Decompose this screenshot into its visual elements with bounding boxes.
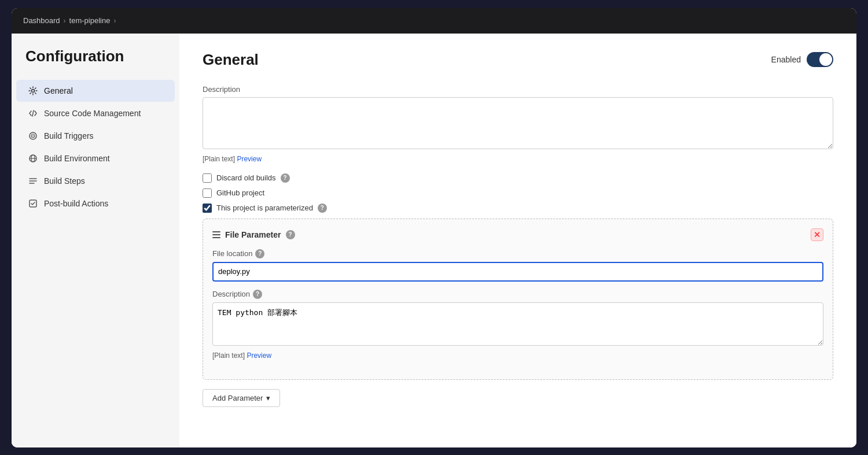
source-code-icon	[28, 108, 38, 119]
github-project-label[interactable]: GitHub project	[216, 188, 264, 197]
parameterized-help-icon[interactable]: ?	[318, 204, 327, 213]
sidebar-title: Configuration	[12, 47, 179, 79]
plain-text-prefix: [Plain text]	[203, 155, 235, 163]
add-parameter-arrow-icon: ▾	[266, 394, 270, 402]
sidebar-item-build-triggers[interactable]: Build Triggers	[16, 125, 175, 147]
post-build-icon	[28, 198, 38, 209]
param-preview-link[interactable]: Preview	[247, 352, 271, 360]
sidebar-item-general[interactable]: General	[16, 80, 175, 102]
sidebar-item-build-steps[interactable]: Build Steps	[16, 170, 175, 192]
discard-old-builds-row: Discard old builds ?	[203, 173, 833, 183]
preview-link[interactable]: Preview	[237, 155, 262, 163]
sidebar-environment-label: Build Environment	[44, 154, 110, 163]
enabled-label: Enabled	[771, 55, 801, 64]
app-window: Dashboard › tem-pipeline › Configuration…	[12, 8, 856, 447]
discard-old-builds-checkbox[interactable]	[203, 173, 212, 183]
file-parameter-container: File Parameter ? ✕ File location ? Descr…	[203, 219, 833, 380]
parameterized-label[interactable]: This project is parameterized	[216, 204, 313, 212]
file-location-input[interactable]	[212, 262, 823, 282]
param-description-textarea[interactable]: TEM python 部署腳本	[212, 302, 823, 346]
drag-handle-icon[interactable]	[212, 231, 220, 238]
trigger-icon	[28, 131, 38, 141]
toggle-knob	[819, 53, 832, 66]
svg-point-3	[32, 135, 34, 136]
discard-old-builds-label[interactable]: Discard old builds	[216, 173, 276, 182]
add-parameter-button[interactable]: Add Parameter ▾	[203, 389, 280, 407]
breadcrumb-dashboard[interactable]: Dashboard	[23, 16, 60, 25]
sidebar-steps-label: Build Steps	[44, 176, 85, 186]
remove-file-param-button[interactable]: ✕	[811, 228, 823, 241]
file-location-help-icon[interactable]: ?	[255, 249, 264, 258]
breadcrumb-pipeline[interactable]: tem-pipeline	[69, 16, 111, 25]
file-param-help-icon[interactable]: ?	[286, 230, 295, 239]
description-textarea[interactable]	[203, 97, 833, 149]
github-project-checkbox[interactable]	[203, 188, 212, 198]
param-description-help-icon[interactable]: ?	[253, 290, 262, 299]
sidebar-general-label: General	[44, 86, 73, 95]
sidebar-triggers-label: Build Triggers	[44, 131, 94, 140]
parameterized-checkbox[interactable]	[203, 204, 212, 213]
param-header-left: File Parameter ?	[212, 230, 295, 239]
gear-icon	[28, 86, 38, 96]
sidebar-item-build-environment[interactable]: Build Environment	[16, 147, 175, 169]
sidebar-item-post-build[interactable]: Post-build Actions	[16, 193, 175, 214]
description-label: Description	[203, 85, 833, 94]
environment-icon	[28, 153, 38, 164]
github-project-row: GitHub project	[203, 188, 833, 198]
parameterized-row: This project is parameterized ?	[203, 204, 833, 213]
svg-point-0	[32, 89, 35, 92]
param-description-label: Description ?	[212, 290, 823, 299]
param-plain-text-prefix: [Plain text]	[212, 352, 245, 360]
steps-icon	[28, 176, 38, 186]
sidebar: Configuration General Source	[12, 34, 179, 447]
param-plain-text-row: [Plain text] Preview	[212, 352, 823, 360]
description-plain-text-row: [Plain text] Preview	[203, 155, 833, 163]
breadcrumb-sep-1: ›	[64, 17, 66, 25]
file-location-label: File location ?	[212, 249, 823, 258]
main-area: Configuration General Source	[12, 34, 856, 447]
sidebar-source-label: Source Code Management	[44, 109, 141, 118]
breadcrumb-sep-2: ›	[113, 17, 116, 25]
add-parameter-label: Add Parameter	[212, 394, 263, 402]
breadcrumb-bar: Dashboard › tem-pipeline ›	[12, 8, 856, 34]
enabled-area: Enabled	[771, 52, 833, 67]
page-title: General	[203, 51, 259, 69]
enabled-toggle[interactable]	[807, 52, 833, 67]
discard-old-builds-help-icon[interactable]: ?	[281, 173, 290, 183]
param-header: File Parameter ? ✕	[212, 228, 823, 241]
sidebar-post-build-label: Post-build Actions	[44, 199, 108, 208]
content-header: General Enabled	[203, 51, 833, 69]
param-title: File Parameter	[225, 230, 281, 239]
sidebar-item-source-code[interactable]: Source Code Management	[16, 102, 175, 124]
content-area: General Enabled Description [Plain text]…	[179, 34, 856, 447]
